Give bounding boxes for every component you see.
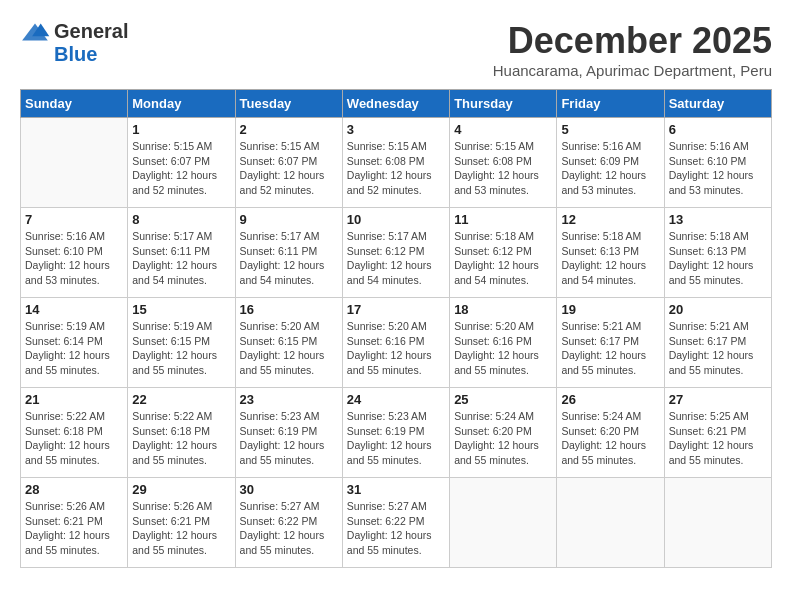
title-area: December 2025 Huancarama, Apurimac Depar… xyxy=(493,20,772,79)
day-number: 8 xyxy=(132,212,230,227)
calendar-cell: 8Sunrise: 5:17 AMSunset: 6:11 PMDaylight… xyxy=(128,208,235,298)
logo-blue: Blue xyxy=(54,43,97,66)
calendar-cell: 31Sunrise: 5:27 AMSunset: 6:22 PMDayligh… xyxy=(342,478,449,568)
day-info: Sunrise: 5:16 AMSunset: 6:09 PMDaylight:… xyxy=(561,139,659,198)
weekday-header-row: SundayMondayTuesdayWednesdayThursdayFrid… xyxy=(21,90,772,118)
calendar-cell: 5Sunrise: 5:16 AMSunset: 6:09 PMDaylight… xyxy=(557,118,664,208)
day-info: Sunrise: 5:16 AMSunset: 6:10 PMDaylight:… xyxy=(669,139,767,198)
day-number: 10 xyxy=(347,212,445,227)
week-row-5: 28Sunrise: 5:26 AMSunset: 6:21 PMDayligh… xyxy=(21,478,772,568)
day-info: Sunrise: 5:18 AMSunset: 6:13 PMDaylight:… xyxy=(669,229,767,288)
day-number: 24 xyxy=(347,392,445,407)
calendar-cell: 20Sunrise: 5:21 AMSunset: 6:17 PMDayligh… xyxy=(664,298,771,388)
day-info: Sunrise: 5:18 AMSunset: 6:13 PMDaylight:… xyxy=(561,229,659,288)
calendar-cell: 26Sunrise: 5:24 AMSunset: 6:20 PMDayligh… xyxy=(557,388,664,478)
day-info: Sunrise: 5:23 AMSunset: 6:19 PMDaylight:… xyxy=(347,409,445,468)
calendar-cell: 9Sunrise: 5:17 AMSunset: 6:11 PMDaylight… xyxy=(235,208,342,298)
calendar-cell: 27Sunrise: 5:25 AMSunset: 6:21 PMDayligh… xyxy=(664,388,771,478)
day-info: Sunrise: 5:24 AMSunset: 6:20 PMDaylight:… xyxy=(454,409,552,468)
header: General Blue December 2025 Huancarama, A… xyxy=(20,20,772,79)
calendar-cell: 29Sunrise: 5:26 AMSunset: 6:21 PMDayligh… xyxy=(128,478,235,568)
day-number: 22 xyxy=(132,392,230,407)
day-info: Sunrise: 5:25 AMSunset: 6:21 PMDaylight:… xyxy=(669,409,767,468)
day-info: Sunrise: 5:19 AMSunset: 6:15 PMDaylight:… xyxy=(132,319,230,378)
day-number: 2 xyxy=(240,122,338,137)
calendar-cell: 21Sunrise: 5:22 AMSunset: 6:18 PMDayligh… xyxy=(21,388,128,478)
day-number: 7 xyxy=(25,212,123,227)
day-number: 11 xyxy=(454,212,552,227)
day-info: Sunrise: 5:27 AMSunset: 6:22 PMDaylight:… xyxy=(240,499,338,558)
calendar-cell: 17Sunrise: 5:20 AMSunset: 6:16 PMDayligh… xyxy=(342,298,449,388)
day-info: Sunrise: 5:16 AMSunset: 6:10 PMDaylight:… xyxy=(25,229,123,288)
calendar-cell: 7Sunrise: 5:16 AMSunset: 6:10 PMDaylight… xyxy=(21,208,128,298)
calendar-cell xyxy=(557,478,664,568)
day-info: Sunrise: 5:27 AMSunset: 6:22 PMDaylight:… xyxy=(347,499,445,558)
day-number: 27 xyxy=(669,392,767,407)
week-row-1: 1Sunrise: 5:15 AMSunset: 6:07 PMDaylight… xyxy=(21,118,772,208)
week-row-4: 21Sunrise: 5:22 AMSunset: 6:18 PMDayligh… xyxy=(21,388,772,478)
day-info: Sunrise: 5:20 AMSunset: 6:15 PMDaylight:… xyxy=(240,319,338,378)
day-info: Sunrise: 5:20 AMSunset: 6:16 PMDaylight:… xyxy=(454,319,552,378)
logo-general: General xyxy=(54,20,128,43)
weekday-header-friday: Friday xyxy=(557,90,664,118)
calendar-cell: 22Sunrise: 5:22 AMSunset: 6:18 PMDayligh… xyxy=(128,388,235,478)
calendar-cell: 11Sunrise: 5:18 AMSunset: 6:12 PMDayligh… xyxy=(450,208,557,298)
calendar-cell: 30Sunrise: 5:27 AMSunset: 6:22 PMDayligh… xyxy=(235,478,342,568)
calendar-cell xyxy=(664,478,771,568)
calendar-cell: 23Sunrise: 5:23 AMSunset: 6:19 PMDayligh… xyxy=(235,388,342,478)
location-title: Huancarama, Apurimac Department, Peru xyxy=(493,62,772,79)
calendar-cell: 25Sunrise: 5:24 AMSunset: 6:20 PMDayligh… xyxy=(450,388,557,478)
calendar-cell: 6Sunrise: 5:16 AMSunset: 6:10 PMDaylight… xyxy=(664,118,771,208)
week-row-3: 14Sunrise: 5:19 AMSunset: 6:14 PMDayligh… xyxy=(21,298,772,388)
day-number: 28 xyxy=(25,482,123,497)
calendar-cell: 1Sunrise: 5:15 AMSunset: 6:07 PMDaylight… xyxy=(128,118,235,208)
day-number: 5 xyxy=(561,122,659,137)
day-info: Sunrise: 5:17 AMSunset: 6:12 PMDaylight:… xyxy=(347,229,445,288)
day-info: Sunrise: 5:17 AMSunset: 6:11 PMDaylight:… xyxy=(132,229,230,288)
day-number: 13 xyxy=(669,212,767,227)
day-number: 16 xyxy=(240,302,338,317)
day-info: Sunrise: 5:22 AMSunset: 6:18 PMDaylight:… xyxy=(132,409,230,468)
calendar-cell: 14Sunrise: 5:19 AMSunset: 6:14 PMDayligh… xyxy=(21,298,128,388)
day-number: 29 xyxy=(132,482,230,497)
day-info: Sunrise: 5:23 AMSunset: 6:19 PMDaylight:… xyxy=(240,409,338,468)
day-info: Sunrise: 5:24 AMSunset: 6:20 PMDaylight:… xyxy=(561,409,659,468)
day-number: 30 xyxy=(240,482,338,497)
day-info: Sunrise: 5:21 AMSunset: 6:17 PMDaylight:… xyxy=(561,319,659,378)
day-info: Sunrise: 5:26 AMSunset: 6:21 PMDaylight:… xyxy=(132,499,230,558)
day-number: 14 xyxy=(25,302,123,317)
weekday-header-tuesday: Tuesday xyxy=(235,90,342,118)
calendar-cell: 19Sunrise: 5:21 AMSunset: 6:17 PMDayligh… xyxy=(557,298,664,388)
month-title: December 2025 xyxy=(493,20,772,62)
day-number: 6 xyxy=(669,122,767,137)
day-number: 17 xyxy=(347,302,445,317)
day-info: Sunrise: 5:15 AMSunset: 6:08 PMDaylight:… xyxy=(454,139,552,198)
day-number: 18 xyxy=(454,302,552,317)
day-number: 9 xyxy=(240,212,338,227)
calendar-cell xyxy=(450,478,557,568)
day-number: 1 xyxy=(132,122,230,137)
calendar-cell: 12Sunrise: 5:18 AMSunset: 6:13 PMDayligh… xyxy=(557,208,664,298)
day-info: Sunrise: 5:21 AMSunset: 6:17 PMDaylight:… xyxy=(669,319,767,378)
logo: General Blue xyxy=(20,20,128,66)
day-number: 20 xyxy=(669,302,767,317)
day-number: 15 xyxy=(132,302,230,317)
day-info: Sunrise: 5:17 AMSunset: 6:11 PMDaylight:… xyxy=(240,229,338,288)
calendar-cell: 28Sunrise: 5:26 AMSunset: 6:21 PMDayligh… xyxy=(21,478,128,568)
day-number: 21 xyxy=(25,392,123,407)
calendar-cell xyxy=(21,118,128,208)
day-number: 23 xyxy=(240,392,338,407)
day-number: 3 xyxy=(347,122,445,137)
weekday-header-wednesday: Wednesday xyxy=(342,90,449,118)
weekday-header-sunday: Sunday xyxy=(21,90,128,118)
day-number: 31 xyxy=(347,482,445,497)
calendar: SundayMondayTuesdayWednesdayThursdayFrid… xyxy=(20,89,772,568)
day-number: 25 xyxy=(454,392,552,407)
day-info: Sunrise: 5:26 AMSunset: 6:21 PMDaylight:… xyxy=(25,499,123,558)
calendar-cell: 13Sunrise: 5:18 AMSunset: 6:13 PMDayligh… xyxy=(664,208,771,298)
calendar-cell: 2Sunrise: 5:15 AMSunset: 6:07 PMDaylight… xyxy=(235,118,342,208)
calendar-cell: 10Sunrise: 5:17 AMSunset: 6:12 PMDayligh… xyxy=(342,208,449,298)
day-number: 26 xyxy=(561,392,659,407)
day-info: Sunrise: 5:15 AMSunset: 6:07 PMDaylight:… xyxy=(240,139,338,198)
day-info: Sunrise: 5:18 AMSunset: 6:12 PMDaylight:… xyxy=(454,229,552,288)
